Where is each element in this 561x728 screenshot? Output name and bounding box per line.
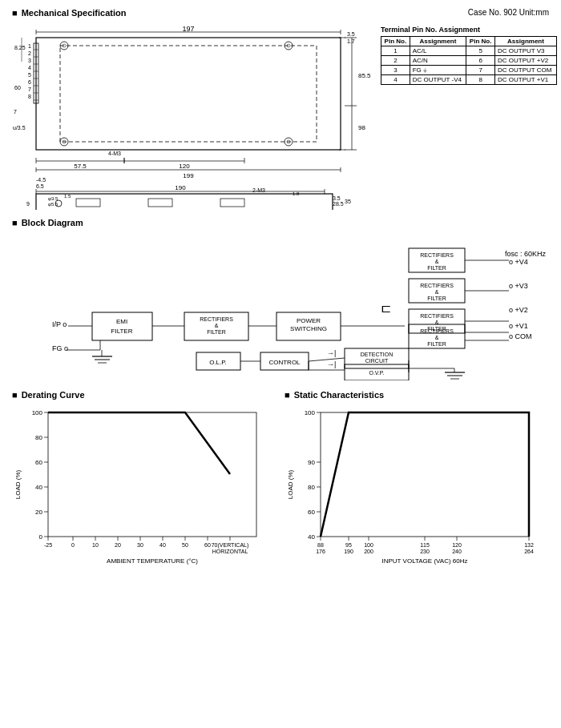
svg-rect-192	[321, 412, 529, 537]
svg-text:&: &	[435, 259, 439, 264]
svg-text:HORIZONTAL: HORIZONTAL	[212, 549, 248, 554]
page: Mechanical Specification Case No. 902 Un…	[0, 0, 561, 574]
svg-text:fosc : 60KHz: fosc : 60KHz	[505, 250, 547, 258]
svg-text:o +V2: o +V2	[509, 306, 528, 314]
svg-text:O.V.P.: O.V.P.	[369, 370, 384, 376]
case-info: Case No. 902 Unit:mm	[468, 8, 549, 17]
svg-text:LOAD (%): LOAD (%)	[14, 469, 22, 499]
svg-text:RECTIFIERS: RECTIFIERS	[420, 328, 454, 334]
svg-text:3: 3	[28, 58, 31, 63]
svg-text:90: 90	[308, 459, 315, 466]
block-diagram-svg: fosc : 60KHz o +V4 o +V3 o +V2 o +V1 o C…	[12, 232, 557, 380]
svg-text:20: 20	[115, 542, 121, 548]
svg-text:4: 4	[28, 65, 31, 70]
svg-text:85.5: 85.5	[358, 72, 371, 79]
svg-text:1: 1	[28, 43, 31, 49]
svg-text:INPUT VOLTAGE (VAC) 60Hz: INPUT VOLTAGE (VAC) 60Hz	[382, 557, 468, 565]
svg-text:98: 98	[358, 124, 365, 131]
derating-chart: 0 20 40 60 80 100	[12, 404, 276, 565]
svg-rect-86	[220, 199, 244, 207]
svg-text:40: 40	[159, 542, 166, 548]
mechanical-drawing: 197 85.5 98 3.5 1.7 8.25 60 7 u/3.5 1	[12, 26, 557, 210]
svg-text:1.7: 1.7	[347, 38, 355, 44]
svg-text:0: 0	[71, 542, 75, 548]
svg-text:30: 30	[137, 542, 143, 548]
derating-section: Derating Curve 0 20 40 60 80	[12, 390, 276, 566]
svg-text:264: 264	[524, 549, 534, 554]
svg-text:FILTER: FILTER	[427, 296, 446, 301]
block-diagram-section: Block Diagram fosc : 60KHz o +V4 o +V3 o…	[12, 218, 549, 382]
svg-text:u/3.5: u/3.5	[13, 125, 26, 131]
svg-text:4-M3: 4-M3	[108, 151, 121, 156]
svg-text:o COM: o COM	[509, 332, 532, 340]
svg-text:O.L.P.: O.L.P.	[209, 359, 227, 366]
svg-text:100: 100	[305, 409, 316, 416]
svg-text:60: 60	[14, 85, 21, 90]
svg-text:CIRCUIT: CIRCUIT	[365, 358, 389, 364]
svg-text:FILTER: FILTER	[207, 329, 226, 335]
svg-text:88: 88	[317, 542, 324, 548]
svg-text:28.5: 28.5	[333, 201, 344, 207]
svg-text:197: 197	[182, 26, 194, 33]
svg-text:40: 40	[35, 484, 42, 491]
svg-text:20: 20	[35, 509, 42, 516]
svg-text:7: 7	[28, 86, 31, 92]
svg-text:132: 132	[524, 542, 534, 548]
svg-text:6.5: 6.5	[36, 183, 44, 189]
svg-text:8.25: 8.25	[14, 45, 26, 50]
svg-rect-1	[60, 46, 317, 142]
svg-text:FILTER: FILTER	[427, 265, 446, 271]
svg-text:⊏: ⊏	[381, 301, 391, 315]
svg-text:→|: →|	[327, 349, 336, 357]
svg-text:176: 176	[316, 549, 325, 554]
svg-text:&: &	[435, 289, 439, 295]
svg-text:o +V3: o +V3	[509, 282, 528, 290]
svg-text:3.5: 3.5	[333, 195, 341, 201]
svg-text:FILTER: FILTER	[111, 328, 133, 335]
svg-rect-0	[36, 38, 341, 150]
static-section: Static Characteristics 40 60 80 90	[285, 390, 549, 566]
svg-text:80: 80	[308, 484, 315, 491]
svg-text:FG o: FG o	[52, 344, 68, 352]
svg-text:3.5: 3.5	[347, 31, 355, 37]
svg-text:6: 6	[28, 79, 31, 85]
svg-text:LOAD (%): LOAD (%)	[287, 469, 294, 499]
svg-text:60: 60	[35, 459, 42, 466]
svg-text:240: 240	[452, 549, 462, 554]
svg-text:EMI: EMI	[116, 318, 127, 325]
svg-text:2-M3: 2-M3	[252, 187, 265, 193]
block-diagram-title: Block Diagram	[12, 218, 549, 227]
svg-text:40: 40	[308, 533, 315, 541]
svg-text:SWITCHING: SWITCHING	[290, 325, 327, 332]
svg-text:RECTIFIERS: RECTIFIERS	[420, 313, 454, 319]
svg-text:-4.5: -4.5	[36, 177, 46, 183]
static-chart: 40 60 80 90 100 88 176 95	[285, 404, 549, 565]
svg-text:5: 5	[28, 72, 31, 78]
svg-text:35: 35	[345, 199, 351, 204]
mech-title: Mechanical Specification	[12, 8, 126, 18]
static-title: Static Characteristics	[285, 390, 549, 400]
svg-rect-66	[36, 194, 333, 210]
svg-text:&: &	[215, 323, 219, 328]
svg-text:φ5.5: φ5.5	[48, 202, 59, 207]
svg-text:100: 100	[32, 409, 43, 416]
svg-text:190: 190	[344, 549, 353, 554]
svg-text:199: 199	[183, 172, 194, 179]
derating-title: Derating Curve	[12, 390, 276, 400]
svg-text:60: 60	[308, 509, 315, 516]
svg-rect-158	[48, 412, 256, 537]
svg-text:57.5: 57.5	[74, 163, 87, 170]
svg-text:8: 8	[28, 94, 31, 99]
svg-rect-122	[92, 312, 152, 340]
svg-text:200: 200	[364, 549, 373, 554]
svg-text:RECTIFIERS: RECTIFIERS	[200, 316, 233, 322]
svg-text:120: 120	[452, 542, 462, 548]
svg-text:120: 120	[179, 163, 190, 170]
svg-text:o +V1: o +V1	[509, 322, 528, 330]
svg-rect-85	[148, 199, 172, 207]
svg-text:70(VERTICAL): 70(VERTICAL)	[212, 542, 249, 549]
svg-text:0: 0	[39, 533, 43, 541]
svg-text:115: 115	[420, 542, 430, 548]
svg-text:o +V4: o +V4	[509, 258, 528, 266]
svg-text:RECTIFIERS: RECTIFIERS	[420, 283, 454, 288]
